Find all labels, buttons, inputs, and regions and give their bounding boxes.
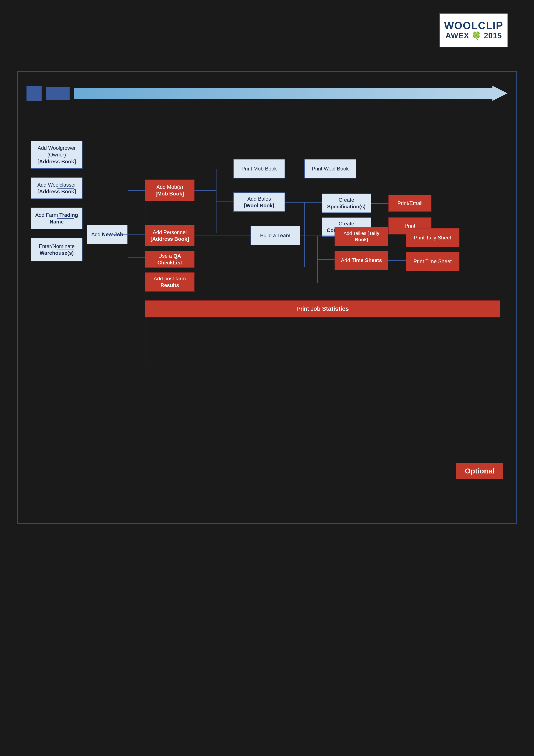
diagram-area: Add Woolgrower(Owner)[Address Book] Add …	[27, 119, 507, 486]
h-personnel-line	[128, 234, 145, 235]
bales-branch-v	[304, 202, 305, 267]
add-tallies-box[interactable]: Add Tallies [TallyBook]	[335, 227, 388, 246]
print-job-stats-box[interactable]: Print Job Statistics	[145, 300, 500, 317]
header-area	[27, 80, 507, 106]
h-connect	[107, 234, 128, 235]
h-print-mob	[216, 169, 233, 169]
h-woolgrower-line	[57, 155, 74, 155]
h-mobs-line	[128, 190, 145, 191]
h-add-timesheets	[317, 259, 335, 260]
h-create-spec	[304, 202, 321, 202]
h-woolclasser-line	[57, 188, 74, 189]
add-timesheets-box[interactable]: Add Time Sheets	[335, 251, 388, 270]
logo-container: WOOLCLIP AWEX 🍀 2015	[439, 13, 508, 47]
print-wool-book-box[interactable]: Print Wool Book	[304, 159, 356, 178]
use-qa-box[interactable]: Use a QA CheckList	[145, 251, 194, 268]
print-tally-sheet-box[interactable]: Print Tally Sheet	[406, 228, 459, 247]
main-container: Add Woolgrower(Owner)[Address Book] Add …	[17, 71, 517, 524]
h-personnel-team	[194, 235, 250, 236]
h-create-cons	[304, 225, 321, 225]
h-timesheets-right	[388, 260, 406, 261]
arrow-container	[74, 86, 507, 101]
add-personnel-box[interactable]: Add Personnel[Address Book]	[145, 225, 194, 246]
h-print-mob-right	[285, 169, 304, 169]
h-add-bales	[216, 201, 233, 202]
build-team-box[interactable]: Build a Team	[250, 226, 300, 245]
logo-title: WOOLCLIP	[444, 20, 503, 32]
print-mob-book-box[interactable]: Print Mob Book	[233, 159, 285, 178]
add-postfarm-box[interactable]: Add post farmResults	[145, 272, 194, 292]
add-bales-box[interactable]: Add Bales[Wool Book]	[233, 192, 285, 212]
header-square2	[46, 87, 69, 100]
h-farm-trading-line	[57, 218, 74, 219]
h-warehouse-line	[57, 250, 74, 250]
header-square1	[27, 86, 41, 101]
main-v-line	[128, 190, 128, 284]
optional-badge: Optional	[456, 463, 503, 479]
arrow-body	[74, 88, 495, 99]
create-spec-box[interactable]: CreateSpecification(s)	[321, 194, 371, 213]
h-tallies-right	[388, 237, 406, 237]
print-time-sheet-box[interactable]: Print Time Sheet	[406, 252, 459, 271]
h-bales-right	[285, 202, 304, 202]
left-col-vline	[57, 155, 57, 247]
add-mobs-box[interactable]: Add Mob(s)[Mob Book]	[145, 179, 194, 201]
arrow-head	[493, 86, 507, 101]
mob-h-right	[194, 190, 216, 191]
h-postfarm-line	[128, 281, 145, 281]
logo-subtitle: AWEX 🍀 2015	[445, 31, 502, 40]
logo-flag: 🍀	[471, 31, 481, 40]
h-spec-right	[371, 203, 388, 204]
h-add-tallies	[317, 235, 335, 236]
print-email-box[interactable]: Print/Email	[388, 195, 431, 212]
h-qa-line	[128, 257, 145, 257]
h-build-team-right	[300, 235, 317, 236]
